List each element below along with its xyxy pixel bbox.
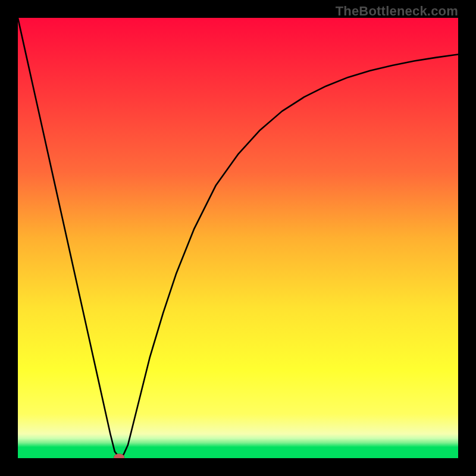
watermark-text: TheBottleneck.com [336, 4, 458, 19]
bottleneck-chart-svg [18, 18, 458, 458]
gradient-background [18, 18, 458, 458]
plot-area [18, 18, 458, 458]
chart-frame: TheBottleneck.com [0, 0, 476, 476]
